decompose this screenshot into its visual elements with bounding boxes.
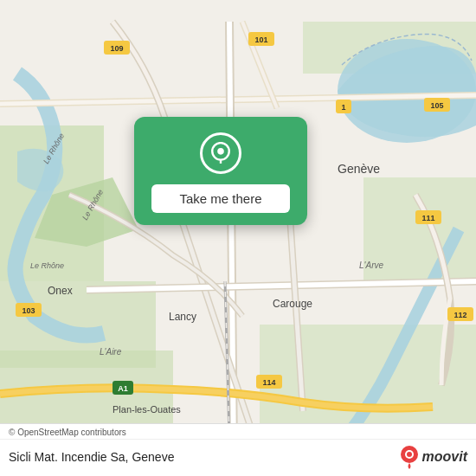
svg-text:112: 112	[453, 311, 466, 319]
svg-text:114: 114	[262, 378, 275, 387]
svg-text:Lancy: Lancy	[169, 311, 196, 323]
svg-text:Onex: Onex	[48, 285, 73, 297]
svg-text:105: 105	[430, 101, 443, 110]
svg-text:Carouge: Carouge	[273, 298, 312, 310]
svg-text:L'Arve: L'Arve	[359, 261, 383, 270]
attribution-text: © OpenStreetMap contributors	[9, 428, 126, 437]
svg-text:L'Aire: L'Aire	[100, 347, 122, 357]
svg-text:111: 111	[421, 214, 434, 222]
svg-text:A1: A1	[118, 384, 128, 393]
svg-text:Genève: Genève	[338, 162, 380, 176]
take-me-there-button[interactable]: Take me there	[151, 184, 290, 213]
location-name: Sicli Mat. Incendie Sa, Geneve	[9, 450, 174, 464]
map-container: 101 109 105 1 111 103 112 114 A1 Genève …	[0, 0, 476, 476]
moovit-logo: moovit	[400, 445, 467, 469]
bottom-info-row: Sicli Mat. Incendie Sa, Geneve moovit	[0, 440, 476, 476]
svg-line-15	[173, 195, 260, 454]
moovit-pin-icon	[400, 445, 419, 469]
svg-text:101: 101	[254, 35, 267, 44]
map-svg: 101 109 105 1 111 103 112 114 A1 Genève …	[0, 0, 476, 476]
svg-text:Le Rhône: Le Rhône	[30, 261, 64, 270]
location-icon-circle	[200, 132, 241, 174]
bottom-bar: © OpenStreetMap contributors Sicli Mat. …	[0, 423, 476, 476]
svg-text:1: 1	[341, 103, 345, 112]
moovit-text: moovit	[422, 449, 467, 465]
location-pin-icon	[209, 142, 232, 164]
svg-text:103: 103	[22, 306, 35, 315]
svg-text:109: 109	[110, 44, 123, 53]
svg-point-52	[217, 148, 224, 155]
svg-text:Plan-les-Ouates: Plan-les-Ouates	[113, 404, 181, 415]
attribution-row: © OpenStreetMap contributors	[0, 424, 476, 440]
action-card: Take me there	[134, 117, 307, 225]
svg-point-55	[407, 452, 412, 457]
